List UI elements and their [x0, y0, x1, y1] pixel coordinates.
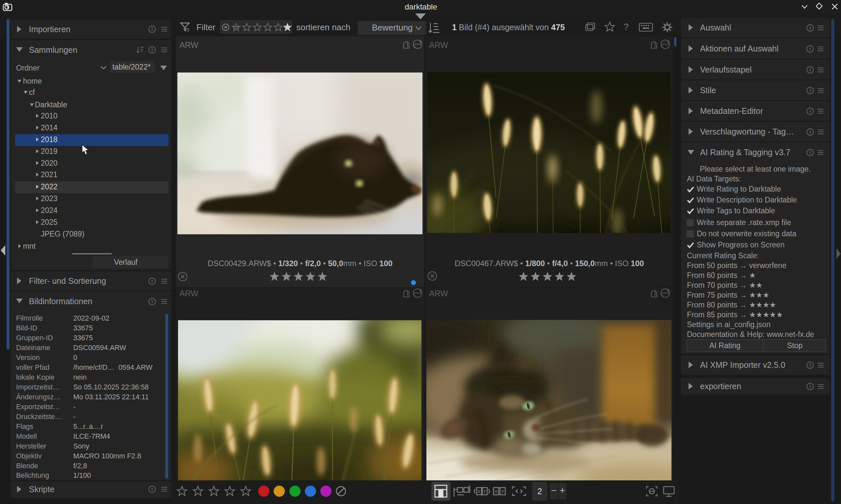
svg-text:Y: Y: [483, 489, 486, 494]
svg-text:X: X: [494, 489, 498, 494]
svg-text:X: X: [477, 489, 481, 494]
svg-text:Y: Y: [501, 489, 504, 494]
